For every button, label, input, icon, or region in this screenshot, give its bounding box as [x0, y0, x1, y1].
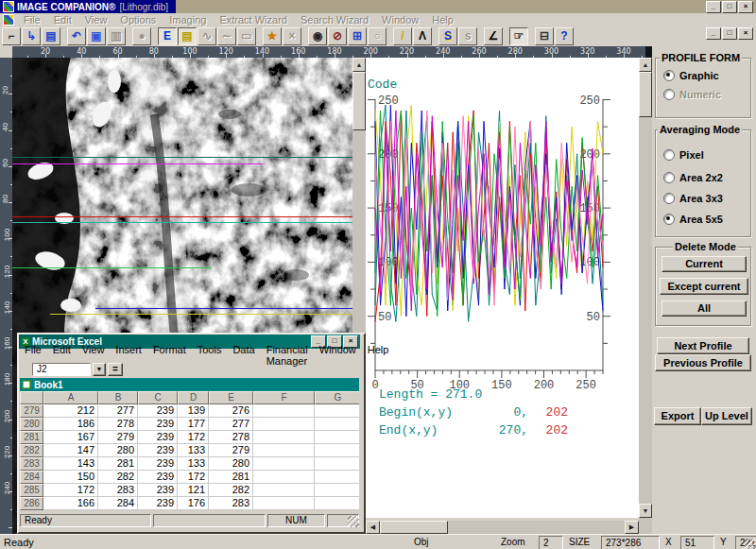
open-file-icon[interactable]: ↳ — [22, 27, 41, 45]
print-icon[interactable]: ⊟ — [535, 27, 554, 45]
restore-button[interactable]: □ — [722, 1, 737, 13]
cell[interactable]: 143 — [43, 457, 98, 471]
cell[interactable]: 172 — [178, 471, 209, 484]
view-eye-icon[interactable]: ◉ — [308, 27, 327, 45]
cell[interactable]: 279 — [209, 444, 253, 457]
cell[interactable]: 239 — [138, 431, 178, 444]
radio-area-3x3[interactable]: Area 3x3 — [663, 193, 723, 204]
cell[interactable]: 278 — [209, 431, 253, 444]
workbook-title-bar[interactable]: ▦ Book1 — [20, 378, 359, 391]
cell[interactable] — [253, 497, 315, 510]
radio-area-2x2[interactable]: Area 2x2 — [663, 172, 723, 183]
cell[interactable]: 172 — [178, 431, 209, 444]
cell[interactable]: 279 — [98, 431, 138, 444]
cell[interactable]: 186 — [43, 418, 98, 431]
column-header-F[interactable]: F — [253, 391, 315, 404]
delete-current-button[interactable]: Current — [662, 256, 747, 272]
cell[interactable]: 277 — [209, 418, 253, 431]
row-header-282[interactable]: 282 — [20, 444, 43, 457]
menu-item-options[interactable]: Options — [113, 14, 163, 26]
radio-graphic[interactable]: Graphic — [663, 70, 719, 81]
menu-item-view[interactable]: View — [78, 14, 114, 26]
cell[interactable] — [315, 404, 359, 418]
pencil-tool-icon[interactable]: / — [393, 27, 412, 45]
select-region-icon[interactable]: ⌐ — [2, 27, 21, 45]
row-header-285[interactable]: 285 — [20, 484, 43, 497]
minimize-button[interactable]: _ — [706, 1, 721, 13]
row-header-284[interactable]: 284 — [20, 471, 43, 484]
hand-tool-icon[interactable]: ☞ — [509, 27, 528, 45]
slope-tool-icon[interactable]: ∠ — [484, 27, 503, 45]
excel-resize-grip[interactable] — [348, 516, 359, 527]
cell[interactable]: 147 — [43, 444, 98, 457]
data-grid-icon[interactable]: ⊞ — [348, 27, 367, 45]
cell[interactable] — [315, 471, 359, 484]
cell[interactable] — [315, 497, 359, 510]
previous-profile-button[interactable]: Previous Profile — [655, 354, 751, 371]
profile-line[interactable] — [12, 157, 352, 158]
undo-icon[interactable]: ↶ — [67, 27, 86, 45]
cell[interactable]: 177 — [178, 418, 209, 431]
hide-eye-icon[interactable]: ⊘ — [328, 27, 347, 45]
cell[interactable]: 277 — [98, 404, 138, 418]
save-file-icon[interactable]: ▤ — [42, 27, 60, 45]
select-all-corner[interactable] — [20, 391, 43, 404]
scroll-up-arrow[interactable]: ▲ — [639, 58, 652, 72]
menu-item-help[interactable]: Help — [362, 344, 395, 367]
menu-item-extract-wizard[interactable]: Extract Wizard — [213, 14, 294, 26]
column-header-A[interactable]: A — [43, 391, 98, 404]
row-header-281[interactable]: 281 — [20, 431, 43, 444]
equals-button[interactable]: = — [108, 363, 123, 376]
cell[interactable]: 283 — [209, 497, 253, 510]
column-header-E[interactable]: E — [209, 391, 253, 404]
next-profile-button[interactable]: Next Profile — [657, 337, 749, 354]
scroll-up-arrow[interactable]: ▲ — [352, 58, 366, 72]
profile-line[interactable] — [12, 216, 352, 217]
cell[interactable]: 133 — [178, 444, 209, 457]
cell[interactable]: 239 — [138, 418, 178, 431]
cell-name-box[interactable]: J2 — [32, 363, 91, 376]
highlight-tool-icon[interactable]: ★ — [263, 27, 282, 45]
row-header-286[interactable]: 286 — [20, 497, 43, 510]
chart-horizontal-scrollbar[interactable]: ◀ ▶ — [366, 521, 639, 534]
cell[interactable] — [253, 457, 315, 471]
column-header-B[interactable]: B — [98, 391, 138, 404]
script-tool-icon[interactable]: S — [438, 27, 457, 45]
cell[interactable] — [253, 431, 315, 444]
cell[interactable]: 239 — [138, 497, 178, 510]
cell[interactable]: 150 — [43, 471, 98, 484]
scroll-left-arrow[interactable]: ◀ — [366, 521, 380, 534]
cell[interactable] — [253, 444, 315, 457]
cell[interactable] — [253, 418, 315, 431]
cell[interactable]: 239 — [138, 457, 178, 471]
cell[interactable]: 121 — [178, 484, 209, 497]
profile-line[interactable] — [12, 222, 352, 223]
cell[interactable] — [253, 471, 315, 484]
up-level-button[interactable]: Up Level — [701, 407, 752, 425]
export-button[interactable]: Export — [654, 407, 701, 425]
cell[interactable]: 133 — [178, 457, 209, 471]
cell[interactable]: 239 — [138, 444, 178, 457]
menu-item-imaging[interactable]: Imaging — [163, 14, 213, 26]
cell[interactable]: 281 — [209, 471, 253, 484]
cell[interactable]: 176 — [178, 497, 209, 510]
cell[interactable]: 280 — [209, 457, 253, 471]
cell[interactable]: 280 — [98, 444, 138, 457]
menu-item-search-wizard[interactable]: Search Wizard — [294, 14, 375, 26]
scroll-thumb[interactable] — [380, 521, 448, 534]
delete-except-current-button[interactable]: Except current — [660, 278, 748, 295]
profile-line[interactable] — [95, 308, 352, 309]
column-header-C[interactable]: C — [138, 391, 178, 404]
cell[interactable]: 239 — [138, 404, 178, 418]
delete-all-button[interactable]: All — [662, 300, 747, 317]
app-resize-grip[interactable] — [745, 539, 756, 549]
cell[interactable]: 276 — [209, 404, 253, 418]
radio-numeric[interactable]: Numeric — [663, 89, 721, 100]
chart-vertical-scrollbar[interactable]: ▲ ▼ — [639, 58, 652, 534]
help-icon[interactable]: ? — [555, 27, 574, 45]
cell[interactable]: 167 — [43, 431, 98, 444]
cell[interactable] — [315, 431, 359, 444]
name-box-dropdown-icon[interactable]: ▼ — [93, 363, 106, 376]
scroll-thumb[interactable] — [639, 72, 652, 117]
profile-line[interactable] — [50, 314, 352, 315]
